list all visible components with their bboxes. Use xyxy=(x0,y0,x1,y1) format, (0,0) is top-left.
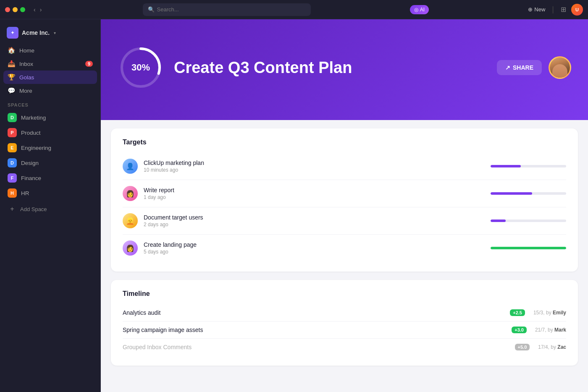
target-name-1: ClickUp marketing plan xyxy=(144,159,485,166)
timeline-title: Timeline xyxy=(123,290,566,298)
share-button[interactable]: ↗ SHARE xyxy=(497,60,542,75)
user-avatar[interactable]: U xyxy=(571,4,583,16)
sidebar-item-label: Golas xyxy=(19,74,93,81)
timeline-tag-2: +3.0 xyxy=(512,327,527,333)
plus-circle-icon: ⊕ xyxy=(528,6,533,13)
space-label-marketing: Marketing xyxy=(21,115,46,121)
target-time-2: 1 day ago xyxy=(144,194,485,200)
target-time-3: 2 days ago xyxy=(144,222,485,227)
hero-banner: 30% Create Q3 Content Plan ↗ SHARE xyxy=(101,19,588,120)
space-dot-hr: H xyxy=(8,188,17,198)
targets-card: Targets 👤 ClickUp marketing plan 10 minu… xyxy=(111,128,578,272)
target-name-4: Create landing page xyxy=(144,241,485,248)
space-dot-product: P xyxy=(8,128,17,137)
target-avatar-2: 👩 xyxy=(123,186,138,201)
avatar-face xyxy=(552,64,567,78)
grid-icon[interactable]: ⊞ xyxy=(561,5,566,13)
sidebar-item-label: Home xyxy=(19,47,93,54)
target-name-3: Document target users xyxy=(144,214,485,221)
progress-percent: 30% xyxy=(131,62,150,73)
space-dot-engineering: E xyxy=(8,143,17,152)
add-space-label: Add Space xyxy=(20,206,47,212)
sidebar-item-engineering[interactable]: E Engineering xyxy=(3,140,97,155)
sidebar-item-label: Inbox xyxy=(19,61,81,67)
sidebar-item-more[interactable]: 💬 More xyxy=(3,84,97,97)
target-progress-4 xyxy=(491,247,566,249)
workspace-logo: ✦ xyxy=(7,27,18,39)
timeline-meta-1: 15/3, by Emily xyxy=(525,310,566,316)
sidebar-item-product[interactable]: P Product xyxy=(3,125,97,140)
more-icon: 💬 xyxy=(8,87,15,94)
topbar-right: ⊕ New | ⊞ U xyxy=(528,4,583,16)
target-avatar-4: 👩 xyxy=(123,240,138,256)
target-avatar-3: 👱 xyxy=(123,213,138,228)
timeline-meta-3: 17/4, by Zac xyxy=(530,344,566,350)
timeline-item: Analytics audit +2.5 15/3, by Emily xyxy=(123,304,566,321)
workspace-name: Acme Inc. xyxy=(22,29,50,36)
sidebar-item-home[interactable]: 🏠 Home xyxy=(3,44,97,57)
back-button[interactable]: ‹ xyxy=(32,5,37,14)
space-label-finance: Finance xyxy=(21,175,41,181)
avatar-image xyxy=(550,57,570,78)
traffic-lights xyxy=(5,7,25,12)
timeline-meta-2: 21/7, by Mark xyxy=(527,327,566,333)
target-info-2: Write report 1 day ago xyxy=(144,187,485,200)
sidebar-item-hr[interactable]: H HR xyxy=(3,186,97,201)
forward-button[interactable]: › xyxy=(38,5,44,14)
space-label-engineering: Engineering xyxy=(21,145,51,151)
search-input[interactable] xyxy=(157,6,306,13)
search-icon: 🔍 xyxy=(148,6,155,13)
space-dot-finance: F xyxy=(8,173,17,183)
share-icon: ↗ xyxy=(505,64,510,71)
inbox-badge: 9 xyxy=(85,61,93,67)
target-item: 👩 Create landing page 5 days ago xyxy=(123,235,566,261)
sidebar-item-inbox[interactable]: 📥 Inbox 9 xyxy=(3,57,97,71)
plus-icon: + xyxy=(8,205,17,213)
target-item: 👤 ClickUp marketing plan 10 minutes ago xyxy=(123,153,566,180)
target-info-3: Document target users 2 days ago xyxy=(144,214,485,227)
timeline-item-name-2: Spring campaign image assets xyxy=(123,327,508,333)
minimize-traffic-light[interactable] xyxy=(13,7,18,12)
topbar: ‹ › 🔍 ◎ AI ⊕ New | ⊞ U xyxy=(0,0,588,19)
space-label-hr: HR xyxy=(21,190,29,196)
hero-user-avatar[interactable] xyxy=(549,56,571,79)
search-bar[interactable]: 🔍 xyxy=(143,3,311,16)
target-avatar-1: 👤 xyxy=(123,159,138,174)
target-info-1: ClickUp marketing plan 10 minutes ago xyxy=(144,159,485,173)
target-item: 👩 Write report 1 day ago xyxy=(123,180,566,207)
add-space-button[interactable]: + Add Space xyxy=(3,202,97,216)
target-info-4: Create landing page 5 days ago xyxy=(144,241,485,255)
space-label-product: Product xyxy=(21,130,41,136)
target-progress-3 xyxy=(491,220,566,222)
sidebar-item-marketing[interactable]: D Marketing xyxy=(3,110,97,125)
inbox-icon: 📥 xyxy=(8,60,15,68)
space-label-design: Design xyxy=(21,160,39,166)
space-dot-design: D xyxy=(8,158,17,167)
sidebar-item-design[interactable]: D Design xyxy=(3,155,97,170)
timeline-item-name-1: Analytics audit xyxy=(123,309,507,316)
timeline-tag-3: +5.0 xyxy=(515,344,530,350)
timeline-card: Timeline Analytics audit +2.5 15/3, by E… xyxy=(111,280,578,366)
target-item: 👱 Document target users 2 days ago xyxy=(123,207,566,235)
space-dot-marketing: D xyxy=(8,113,17,122)
sidebar-item-finance[interactable]: F Finance xyxy=(3,170,97,186)
target-time-1: 10 minutes ago xyxy=(144,167,485,173)
sidebar: ✦ Acme Inc. ▾ 🏠 Home 📥 Inbox 9 🏆 Golas 💬… xyxy=(0,19,101,392)
ai-button[interactable]: ◎ AI xyxy=(410,5,429,14)
targets-title: Targets xyxy=(123,139,566,146)
timeline-item: Spring campaign image assets +3.0 21/7, … xyxy=(123,321,566,339)
target-progress-2 xyxy=(491,192,566,195)
close-traffic-light[interactable] xyxy=(5,7,10,12)
workspace-header[interactable]: ✦ Acme Inc. ▾ xyxy=(0,24,100,44)
content-area: 30% Create Q3 Content Plan ↗ SHARE Targe… xyxy=(101,19,588,392)
timeline-item: Grouped Inbox Comments +5.0 17/4, by Zac xyxy=(123,339,566,355)
timeline-item-name-3: Grouped Inbox Comments xyxy=(123,344,512,350)
hero-actions: ↗ SHARE xyxy=(497,56,571,79)
sidebar-item-goals[interactable]: 🏆 Golas xyxy=(3,71,97,84)
hero-title: Create Q3 Content Plan xyxy=(174,59,487,77)
maximize-traffic-light[interactable] xyxy=(20,7,25,12)
sidebar-item-label: More xyxy=(19,88,93,94)
nav-arrows: ‹ › xyxy=(32,5,43,14)
sidebar-nav: 🏠 Home 📥 Inbox 9 🏆 Golas 💬 More xyxy=(0,44,100,97)
new-button[interactable]: ⊕ New xyxy=(528,6,545,13)
